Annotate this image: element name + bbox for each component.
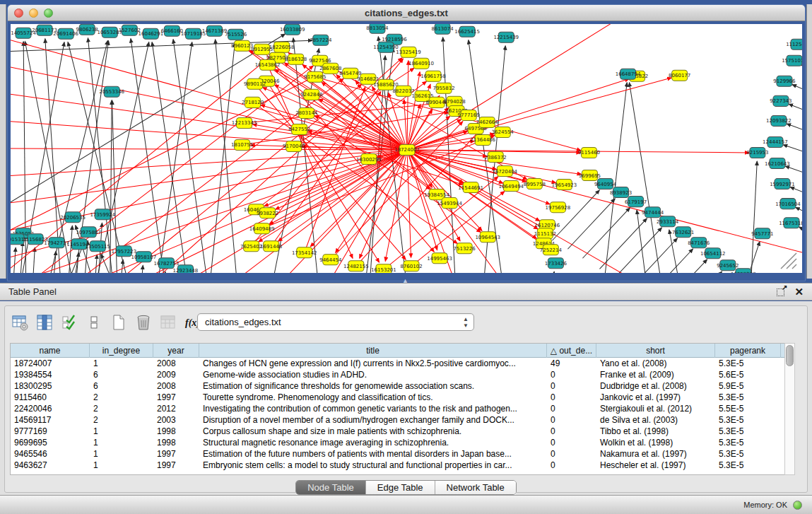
network-table-selector[interactable]: citations_edges.txt ▲▼ — [197, 313, 474, 331]
table-cell[interactable]: 1998 — [153, 437, 199, 448]
table-cell[interactable]: 5.3E-5 — [715, 426, 781, 437]
table-scrollbar[interactable] — [784, 343, 795, 475]
table-cell[interactable]: 19384554 — [11, 369, 90, 380]
table-cell[interactable]: 0 — [547, 414, 596, 426]
table-cell[interactable]: 6 — [90, 380, 153, 392]
resize-grip-icon[interactable] — [777, 252, 798, 270]
table-cell[interactable]: 2012 — [153, 403, 199, 414]
table-cell[interactable]: 5.6E-5 — [715, 369, 781, 380]
column-header-in_degree[interactable]: in_degree — [90, 344, 153, 358]
table-cell[interactable]: 1 — [90, 448, 153, 460]
table-row[interactable]: 1872400712008Changes of HCN gene express… — [11, 358, 794, 369]
table-cell[interactable]: Changes of HCN gene expression and I(f) … — [199, 358, 547, 369]
table-cell[interactable]: 5.3E-5 — [715, 358, 781, 369]
table-cell[interactable]: 6 — [90, 369, 153, 380]
table-cell[interactable]: 0 — [547, 403, 596, 414]
table-cell[interactable]: 2003 — [153, 414, 199, 426]
table-cell[interactable]: 1 — [90, 358, 153, 369]
table-cell[interactable]: 5.3E-5 — [715, 460, 781, 471]
table-cell[interactable]: Wolkin et al. (1998) — [596, 437, 715, 448]
row-checks-icon[interactable] — [60, 313, 78, 332]
table-settings-icon[interactable] — [11, 313, 29, 332]
show-columns-icon[interactable] — [35, 313, 54, 332]
table-row[interactable]: 969969511998Structural magnetic resonanc… — [11, 437, 794, 448]
table-cell[interactable]: 9463627 — [11, 460, 90, 471]
table-cell[interactable]: 2008 — [153, 358, 199, 369]
table-cell[interactable]: Hescheler et al. (1997) — [596, 460, 715, 471]
table-scrollbar-thumb[interactable] — [786, 345, 794, 366]
column-header-year[interactable]: year — [153, 344, 199, 358]
table-cell[interactable]: 5.3E-5 — [715, 448, 781, 460]
column-header-out_de[interactable]: △ out_de... — [547, 344, 596, 358]
table-cell[interactable]: Nakamura et al. (1997) — [596, 448, 715, 460]
table-cell[interactable]: 9465546 — [11, 448, 90, 460]
table-cell[interactable]: 5.3E-5 — [715, 414, 781, 426]
table-cell[interactable]: Structural magnetic resonance image aver… — [199, 437, 547, 448]
table-cell[interactable]: Tibbo et al. (1998) — [596, 426, 715, 437]
table-cell[interactable]: 0 — [547, 460, 596, 471]
table-cell[interactable]: Jankovic et al. (1997) — [596, 392, 715, 403]
table-cell[interactable]: Stergiakouli et al. (2012) — [596, 403, 715, 414]
close-panel-icon[interactable]: ✕ — [794, 287, 804, 296]
table-cell[interactable]: 5.3E-5 — [715, 437, 781, 448]
table-cell[interactable]: 2008 — [153, 380, 199, 392]
table-cell[interactable]: 2 — [90, 403, 153, 414]
table-cell[interactable]: Estimation of the future numbers of pati… — [199, 448, 547, 460]
minimize-window-icon[interactable] — [29, 8, 38, 18]
table-cell[interactable]: Genome-wide association studies in ADHD. — [199, 369, 547, 380]
table-cell[interactable]: 5.9E-5 — [715, 380, 781, 392]
column-header-short[interactable]: short — [596, 344, 715, 358]
table-cell[interactable]: 1997 — [153, 448, 199, 460]
table-row[interactable]: 911546021997Tourette syndrome. Phenomeno… — [11, 392, 794, 403]
table-cell[interactable]: Tourette syndrome. Phenomenology and cla… — [199, 392, 547, 403]
network-canvas[interactable]: 1872400789601238912955182260589827503165… — [11, 24, 802, 273]
table-cell[interactable]: Yano et al. (2008) — [596, 358, 715, 369]
memory-ok-indicator[interactable] — [793, 501, 802, 510]
table-row[interactable]: 946362711997Embryonic stem cells: a mode… — [11, 460, 794, 471]
new-document-icon[interactable] — [110, 313, 128, 332]
table-cell[interactable]: 0 — [547, 380, 596, 392]
table-cell[interactable]: 1997 — [153, 392, 199, 403]
table-cell[interactable]: Franke et al. (2009) — [596, 369, 715, 380]
table-cell[interactable]: 9115460 — [11, 392, 90, 403]
table-row[interactable]: 2242004622012Investigating the contribut… — [11, 403, 794, 414]
table-cell[interactable]: 0 — [547, 437, 596, 448]
rows-icon[interactable] — [85, 313, 103, 332]
table-row[interactable]: 1830029562008Estimation of significance … — [11, 380, 794, 392]
table-cell[interactable]: Estimation of significance thresholds fo… — [199, 380, 547, 392]
tab-edge-table[interactable]: Edge Table — [366, 481, 435, 494]
table-cell[interactable]: 2009 — [153, 369, 199, 380]
table-row[interactable]: 1938455462009Genome-wide association stu… — [11, 369, 794, 380]
table-cell[interactable]: 1997 — [153, 460, 199, 471]
network-window-titlebar[interactable]: citations_edges.txt — [8, 5, 805, 21]
table-cell[interactable]: 2 — [90, 414, 153, 426]
table-cell[interactable]: 1998 — [153, 426, 199, 437]
zoom-window-icon[interactable] — [44, 8, 53, 18]
table-cell[interactable]: 14569117 — [11, 414, 90, 426]
close-window-icon[interactable] — [14, 8, 23, 18]
table-cell[interactable]: 0 — [547, 392, 596, 403]
table-cell[interactable]: Disruption of a novel member of a sodium… — [199, 414, 547, 426]
table-cell[interactable]: 1 — [90, 437, 153, 448]
table-cell[interactable]: 5.3E-5 — [715, 392, 781, 403]
table-cell[interactable]: 1 — [90, 426, 153, 437]
table-row[interactable]: 977716911998Corpus callosum shape and si… — [11, 426, 794, 437]
table-row[interactable]: 946554611997Estimation of the future num… — [11, 448, 794, 460]
table-cell[interactable]: Dudbridge et al. (2008) — [596, 380, 715, 392]
column-header-pagerank[interactable]: pagerank — [715, 344, 781, 358]
table-cell[interactable]: 1 — [90, 460, 153, 471]
table-cell[interactable]: 9699695 — [11, 437, 90, 448]
tab-node-table[interactable]: Node Table — [296, 481, 366, 494]
table-cell[interactable]: Corpus callosum shape and size in male p… — [199, 426, 547, 437]
table-cell[interactable]: 2 — [90, 392, 153, 403]
table-cell[interactable]: 9777169 — [11, 426, 90, 437]
column-header-title[interactable]: title — [199, 344, 547, 358]
table-cell[interactable]: 22420046 — [11, 403, 90, 414]
float-panel-icon[interactable] — [777, 287, 786, 296]
table-cell[interactable]: 18300295 — [11, 380, 90, 392]
table-cell[interactable]: de Silva et al. (2003) — [596, 414, 715, 426]
table-row[interactable]: 1456911722003Disruption of a novel membe… — [11, 414, 794, 426]
table-cell[interactable]: 0 — [547, 448, 596, 460]
column-header-name[interactable]: name — [11, 344, 90, 358]
table-cell[interactable]: 5.5E-5 — [715, 403, 781, 414]
